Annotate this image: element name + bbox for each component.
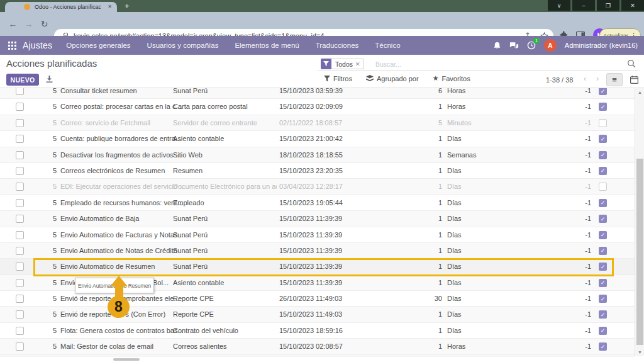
menu-tecnico[interactable]: Técnico	[375, 42, 400, 49]
new-button[interactable]: NUEVO	[6, 74, 39, 86]
table-row[interactable]: 5Cuenta: publique borradores de entra...…	[0, 131, 635, 147]
menu-usuarios-companias[interactable]: Usuarios y compañías	[147, 42, 219, 49]
new-tab-button[interactable]: +	[125, 1, 130, 11]
bell-icon[interactable]	[493, 42, 501, 50]
row-checkbox[interactable]	[16, 295, 24, 303]
row-number-of-calls: -1	[565, 163, 591, 179]
active-checkbox[interactable]: ✓	[599, 215, 607, 223]
calendar-view-icon	[630, 76, 638, 84]
active-checkbox[interactable]: ✓	[599, 327, 607, 335]
table-row[interactable]: 5Desactivar los fragmentos de activos ..…	[0, 147, 635, 163]
active-checkbox[interactable]: ✓	[599, 231, 607, 239]
active-checkbox[interactable]	[599, 183, 607, 191]
active-checkbox[interactable]: ✓	[599, 310, 607, 319]
pager-prev-icon[interactable]: ‹	[584, 74, 586, 83]
table-row[interactable]: 5Envió de reporte cpe's (Con Error)Repor…	[0, 307, 635, 322]
table-row[interactable]: 5EDI: Ejecutar operaciones del servicio …	[0, 179, 635, 195]
table-row[interactable]: 5Envio Automatico de BajaSunat Perú15/10…	[0, 211, 635, 227]
row-checkbox[interactable]	[16, 327, 24, 335]
table-row[interactable]: 5Correo: servicio de FetchmailServidor d…	[0, 115, 635, 131]
table-row[interactable]: 5Flota: Genera costos de contratos bas..…	[0, 323, 635, 339]
reload-icon[interactable]: ↻	[36, 19, 52, 29]
browser-tab[interactable]: Odoo - Acciones planificadas ✕	[5, 2, 117, 12]
active-checkbox[interactable]: ✓	[599, 247, 607, 255]
favorites-button[interactable]: ★ Favoritos	[433, 74, 470, 82]
window-minimize-icon[interactable]: –	[572, 0, 595, 11]
forward-icon[interactable]: →	[21, 19, 36, 29]
menu-traducciones[interactable]: Traducciones	[316, 42, 359, 49]
remove-filter-icon[interactable]: ✕	[355, 61, 360, 67]
active-checkbox[interactable]: ✓	[599, 88, 607, 95]
pager-next-icon[interactable]: ›	[596, 74, 599, 83]
list-view-button[interactable]: ≡	[606, 73, 623, 86]
row-checkbox[interactable]	[16, 231, 24, 239]
row-next-execution-date: 03/04/2023 12:28:17	[279, 179, 343, 195]
tab-close-icon[interactable]: ✕	[108, 2, 112, 12]
row-next-execution-date: 15/10/2023 23:20:35	[279, 163, 343, 179]
user-menu[interactable]: Administrador (kevin16)	[565, 42, 638, 49]
table-row[interactable]: 5Consultar ticket resumenSunat Perú15/10…	[0, 88, 635, 99]
back-icon[interactable]: ←	[5, 19, 21, 29]
table-row[interactable]: 5Empleado de recursos humanos: verif...E…	[0, 195, 635, 211]
active-checkbox[interactable]: ✓	[599, 151, 607, 159]
row-number-of-calls: -1	[565, 195, 591, 211]
filters-button[interactable]: Filtros	[324, 75, 352, 82]
user-avatar[interactable]: A	[544, 39, 557, 52]
row-checkbox[interactable]	[16, 263, 24, 271]
row-checkbox[interactable]	[16, 167, 24, 175]
active-checkbox[interactable]: ✓	[599, 199, 607, 207]
table-row[interactable]: 5Correos electrónicos de ResumenResumen1…	[0, 163, 635, 179]
active-checkbox[interactable]: ✓	[599, 295, 607, 303]
download-icon[interactable]	[45, 75, 53, 83]
row-interval-number: 1	[414, 99, 442, 115]
row-sequence: 5	[45, 307, 57, 322]
activity-clock-icon[interactable]: 1	[527, 41, 536, 50]
calendar-view-button[interactable]	[626, 73, 642, 86]
horizontal-scrollbar-thumb[interactable]	[113, 358, 140, 361]
active-checkbox[interactable]: ✓	[599, 135, 607, 143]
row-checkbox[interactable]	[16, 342, 24, 351]
row-model: Resumen	[173, 163, 277, 179]
filters-label: Filtros	[333, 75, 352, 82]
row-checkbox[interactable]	[16, 310, 24, 319]
apps-grid-icon[interactable]	[8, 42, 16, 50]
active-checkbox[interactable]: ✓	[599, 279, 607, 287]
activity-badge: 1	[533, 38, 540, 43]
row-checkbox[interactable]	[16, 215, 24, 223]
search-icon[interactable]	[627, 59, 636, 68]
row-checkbox[interactable]	[16, 199, 24, 207]
menu-elementos-de-menu[interactable]: Elementos de menú	[235, 42, 299, 49]
scroll-down-icon[interactable]: ▼	[635, 350, 644, 354]
scrollbar-thumb[interactable]	[636, 159, 643, 345]
row-checkbox[interactable]	[16, 119, 24, 127]
row-checkbox[interactable]	[16, 88, 24, 95]
window-close-icon[interactable]: ✕	[621, 0, 644, 11]
table-row[interactable]: 5Mail: Gestor de colas de emailCorreos s…	[0, 339, 635, 354]
filter-chip-todos[interactable]: Todos ✕	[321, 59, 364, 69]
table-row[interactable]: 5Envio Automatico de Notas de CréditoSun…	[0, 243, 635, 259]
row-checkbox[interactable]	[16, 279, 24, 287]
group-by-button[interactable]: Agrupado por	[366, 75, 419, 82]
row-checkbox[interactable]	[16, 151, 24, 159]
vertical-scrollbar[interactable]: ▲ ▼	[635, 88, 644, 356]
row-checkbox[interactable]	[16, 183, 24, 191]
window-restore-icon[interactable]: ❐	[597, 0, 619, 11]
search-bar[interactable]: Todos ✕ Buscar...	[318, 57, 640, 71]
window-menu-icon[interactable]: ∨	[548, 0, 570, 11]
row-sequence: 5	[45, 131, 57, 147]
active-checkbox[interactable]: ✓	[599, 342, 607, 351]
active-checkbox[interactable]	[599, 119, 607, 127]
scroll-up-icon[interactable]: ▲	[635, 90, 644, 94]
chat-icon[interactable]	[509, 42, 519, 50]
row-checkbox[interactable]	[16, 103, 24, 111]
table-row[interactable]: 5Correo postal: procesar cartas en la c.…	[0, 99, 635, 115]
active-checkbox[interactable]: ✓	[599, 103, 607, 111]
app-name[interactable]: Ajustes	[23, 40, 52, 50]
row-checkbox[interactable]	[16, 247, 24, 255]
menu-opciones-generales[interactable]: Opciones generales	[66, 42, 130, 49]
row-number-of-calls: -1	[565, 115, 591, 131]
table-row[interactable]: 5Envio Automatico de Facturas y Notas...…	[0, 227, 635, 243]
active-checkbox[interactable]: ✓	[599, 167, 607, 175]
search-input[interactable]: Buscar...	[375, 60, 401, 68]
row-checkbox[interactable]	[16, 135, 24, 143]
